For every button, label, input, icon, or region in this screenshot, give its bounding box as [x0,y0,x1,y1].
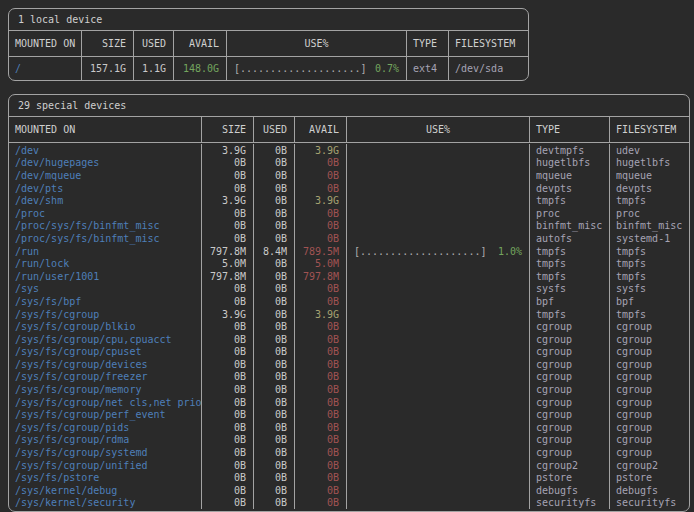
column-header-size: SIZE [201,117,253,142]
type-cell: bpf [529,295,609,308]
type-cell: devtmpfs [529,144,609,157]
avail-cell: 0B [294,371,346,384]
table-title: 1 local device [9,9,528,31]
table-row: /dev/mqueue 0B 0B 0B mqueue mqueue [9,169,689,182]
usage-bar-cell [346,396,529,409]
table-row: /sys/fs/bpf 0B 0B 0B bpf bpf [9,295,689,308]
table-row: /run/lock 5.0M 0B 5.0M tmpfs tmpfs [9,257,689,270]
usage-bar-cell [346,497,529,510]
size-cell: 3.9G [201,194,253,207]
table-row: /sys/fs/cgroup/unified 0B 0B 0B cgroup2 … [9,459,689,472]
mount-point-cell: /proc/sys/fs/binfmt_misc [9,220,201,233]
type-cell: binfmt_misc [529,220,609,233]
type-cell: cgroup [529,408,609,421]
mount-point-cell: /sys/fs/cgroup/cpu,cpuacct [9,333,201,346]
table-row: /dev/shm 3.9G 0B 3.9G tmpfs tmpfs [9,194,689,207]
column-header-mounted-on: MOUNTED ON [9,117,201,142]
type-cell: autofs [529,232,609,245]
size-cell: 0B [201,232,253,245]
used-cell: 0B [253,283,294,296]
filesystem-cell: bpf [609,295,687,308]
usage-bar-cell [346,484,529,497]
usage-bar-cell [346,194,529,207]
size-cell: 0B [201,346,253,359]
used-cell: 0B [253,446,294,459]
size-cell: 0B [201,220,253,233]
mount-point-cell: /dev/shm [9,194,201,207]
filesystem-cell: cgroup [609,346,687,359]
size-cell: 157.1G [81,57,133,80]
filesystem-cell: sysfs [609,283,687,296]
filesystem-cell: systemd-1 [609,232,687,245]
type-cell: tmpfs [529,245,609,258]
avail-cell: 0B [294,320,346,333]
used-cell: 0B [253,207,294,220]
mount-point-cell: /sys/fs/cgroup/unified [9,459,201,472]
avail-cell: 0B [294,283,346,296]
size-cell: 3.9G [201,144,253,157]
usage-bar-cell [346,346,529,359]
size-cell: 0B [201,283,253,296]
used-cell: 0B [253,333,294,346]
mount-point-cell: /sys/fs/cgroup/pids [9,421,201,434]
filesystem-cell: tmpfs [609,245,687,258]
type-cell: cgroup [529,383,609,396]
used-cell: 0B [253,182,294,195]
mount-point-cell: /run/user/1001 [9,270,201,283]
type-cell: ext4 [406,57,448,80]
column-header-avail: AVAIL [173,31,226,56]
mount-point-cell: /sys/fs/cgroup/blkio [9,320,201,333]
avail-cell: 0B [294,346,346,359]
size-cell: 0B [201,434,253,447]
special-devices-table: 29 special devices MOUNTED ON SIZE USED … [8,94,690,512]
table-row: /proc 0B 0B 0B proc proc [9,207,689,220]
used-cell: 0B [253,270,294,283]
table-title: 29 special devices [9,95,689,117]
filesystem-cell: tmpfs [609,308,687,321]
filesystem-cell: cgroup [609,421,687,434]
table-row: /sys/fs/pstore 0B 0B 0B pstore pstore [9,471,689,484]
size-cell: 0B [201,157,253,170]
type-cell: proc [529,207,609,220]
column-header-use-pct: USE% [226,31,406,56]
table-row: /dev/pts 0B 0B 0B devpts devpts [9,182,689,195]
used-cell: 0B [253,408,294,421]
avail-cell: 3.9G [294,144,346,157]
column-header-avail: AVAIL [294,117,346,142]
size-cell: 0B [201,446,253,459]
type-cell: cgroup [529,346,609,359]
table-rows: / 157.1G 1.1G 148.0G [..................… [9,57,528,80]
column-header-type: TYPE [406,31,448,56]
table-row: /sys/fs/cgroup 3.9G 0B 3.9G tmpfs tmpfs [9,308,689,321]
column-header-use-pct: USE% [346,117,529,142]
usage-bar-cell [346,257,529,270]
column-header-mounted-on: MOUNTED ON [9,31,81,56]
type-cell: cgroup [529,333,609,346]
table-row: /sys/fs/cgroup/freezer 0B 0B 0B cgroup c… [9,371,689,384]
table-row: /sys/fs/cgroup/blkio 0B 0B 0B cgroup cgr… [9,320,689,333]
usage-bar-cell [346,434,529,447]
usage-bar-cell [346,157,529,170]
mount-point-cell: /sys [9,283,201,296]
avail-cell: 0B [294,471,346,484]
filesystem-cell: cgroup [609,358,687,371]
used-cell: 0B [253,358,294,371]
type-cell: cgroup [529,320,609,333]
table-row: /sys/fs/cgroup/systemd 0B 0B 0B cgroup c… [9,446,689,459]
filesystem-cell: binfmt_misc [609,220,687,233]
filesystem-cell: /dev/sda [448,57,526,80]
used-cell: 0B [253,169,294,182]
type-cell: cgroup [529,358,609,371]
avail-cell: 3.9G [294,194,346,207]
mount-point-cell: /sys/fs/cgroup/cpuset [9,346,201,359]
used-cell: 0B [253,194,294,207]
mount-point-cell: /sys/kernel/debug [9,484,201,497]
filesystem-cell: tmpfs [609,270,687,283]
column-header-used: USED [253,117,294,142]
usage-bar-cell [346,320,529,333]
mount-point-cell: /dev/mqueue [9,169,201,182]
table-header-row: MOUNTED ON SIZE USED AVAIL USE% TYPE FIL… [9,31,528,57]
column-header-size: SIZE [81,31,133,56]
filesystem-cell: debugfs [609,484,687,497]
avail-cell: 0B [294,497,346,510]
